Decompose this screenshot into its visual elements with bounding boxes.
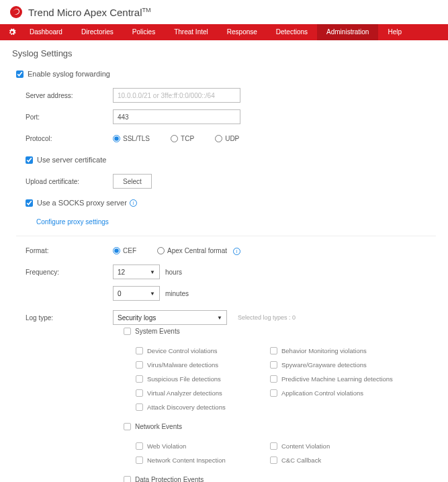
tree-item[interactable]: Predictive Machine Learning detections: [270, 375, 418, 383]
minutes-unit: minutes: [165, 290, 189, 297]
nav-response[interactable]: Response: [218, 24, 267, 40]
main-nav: Dashboard Directories Policies Threat In…: [0, 24, 448, 40]
use-socks-label: Use a SOCKS proxy server: [37, 199, 127, 207]
tree-item[interactable]: Spyware/Grayware detections: [270, 361, 418, 369]
upload-cert-label: Upload certificate:: [26, 178, 113, 185]
protocol-label: Protocol:: [26, 135, 113, 142]
nav-policies[interactable]: Policies: [123, 24, 165, 40]
tree-item[interactable]: Virus/Malware detections: [136, 361, 270, 369]
selected-logtypes-count: Selected log types : 0: [238, 314, 296, 321]
enable-syslog-checkbox[interactable]: [16, 70, 24, 78]
hours-unit: hours: [165, 269, 182, 276]
format-label: Format:: [26, 247, 113, 254]
format-apex-radio[interactable]: [157, 247, 165, 254]
frequency-minutes-select[interactable]: 0▼: [113, 286, 160, 301]
tree-item[interactable]: Application Control violations: [270, 389, 418, 397]
select-cert-button[interactable]: Select: [113, 174, 152, 189]
protocol-udp-radio[interactable]: [215, 135, 222, 142]
frequency-label: Frequency:: [26, 269, 113, 276]
frequency-hours-select[interactable]: 12▼: [113, 264, 160, 279]
trend-logo-icon: [9, 5, 23, 19]
app-header: Trend Micro Apex CentralTM: [0, 0, 448, 24]
format-cef-radio[interactable]: [113, 247, 120, 254]
port-label: Port:: [26, 113, 113, 121]
configure-proxy-link[interactable]: Configure proxy settings: [36, 218, 109, 226]
logtype-tree: System Events Device Control violations …: [124, 328, 436, 482]
info-icon[interactable]: i: [130, 199, 137, 207]
tree-item[interactable]: Behavior Monitoring violations: [270, 347, 418, 354]
tree-group-system[interactable]: System Events: [124, 328, 436, 335]
svg-point-0: [10, 6, 22, 18]
use-socks-checkbox[interactable]: [26, 199, 33, 207]
protocol-tcp-radio[interactable]: [171, 135, 178, 142]
server-address-input[interactable]: [113, 88, 240, 103]
nav-dashboard[interactable]: Dashboard: [20, 24, 72, 40]
chevron-down-icon: ▼: [150, 269, 155, 275]
tree-item[interactable]: Attack Discovery detections: [136, 403, 270, 411]
nav-administration[interactable]: Administration: [317, 24, 378, 40]
tree-item[interactable]: Virtual Analyzer detections: [136, 389, 270, 397]
tree-item[interactable]: Content Violation: [270, 442, 418, 450]
tree-item[interactable]: C&C Callback: [270, 456, 418, 464]
port-input[interactable]: [113, 109, 240, 124]
logtype-label: Log type:: [26, 314, 113, 322]
chevron-down-icon: ▼: [150, 291, 155, 297]
chevron-down-icon: ▼: [217, 315, 222, 321]
protocol-ssl-radio[interactable]: [113, 135, 120, 142]
enable-syslog-label: Enable syslog forwarding: [28, 70, 110, 78]
product-title: Trend Micro Apex CentralTM: [28, 7, 151, 18]
use-server-cert-label: Use server certificate: [37, 156, 106, 164]
tree-item[interactable]: Network Content Inspection: [136, 456, 270, 464]
tree-item[interactable]: Web Violation: [136, 442, 270, 450]
nav-directories[interactable]: Directories: [72, 24, 123, 40]
tree-item[interactable]: Suspicious File detections: [136, 375, 270, 383]
server-address-label: Server address:: [26, 92, 113, 99]
use-server-cert-checkbox[interactable]: [26, 156, 33, 164]
tree-group-network[interactable]: Network Events: [124, 423, 436, 430]
nav-help[interactable]: Help: [378, 24, 411, 40]
nav-threat-intel[interactable]: Threat Intel: [165, 24, 218, 40]
gear-icon[interactable]: [8, 28, 16, 36]
page-title: Syslog Settings: [12, 48, 436, 58]
nav-detections[interactable]: Detections: [267, 24, 317, 40]
tree-item[interactable]: Device Control violations: [136, 347, 270, 354]
info-icon[interactable]: i: [233, 248, 240, 255]
logtype-select[interactable]: Security logs▼: [113, 310, 227, 325]
tree-group-data-protection[interactable]: Data Protection Events: [124, 476, 436, 482]
